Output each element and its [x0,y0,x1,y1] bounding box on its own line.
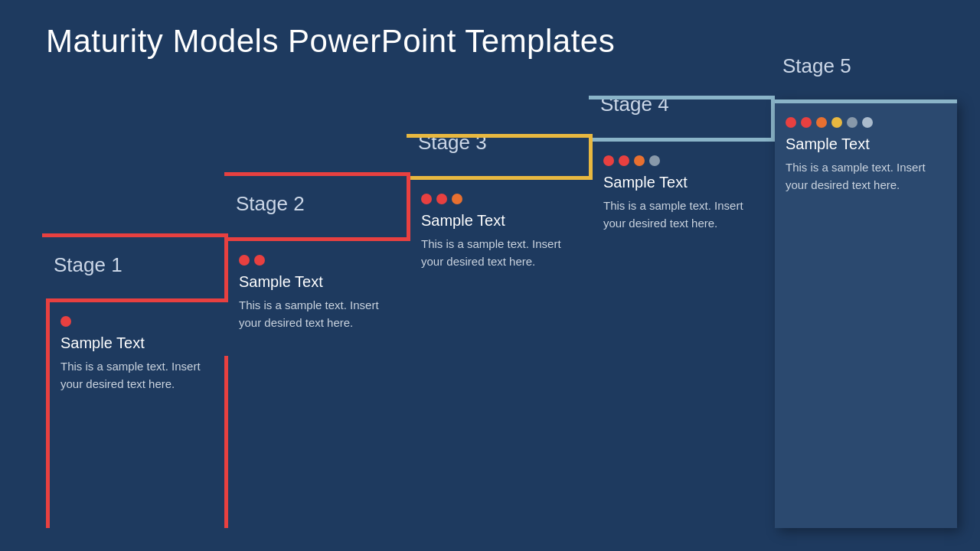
stage-3-box: Sample TextThis is a sample text. Insert… [410,176,593,528]
stage-3-dots [421,194,582,204]
dot-indicator [847,117,858,128]
page-title: Maturity Models PowerPoint Templates [46,23,615,60]
stage-3-body: This is a sample text. Insert your desir… [421,236,582,270]
stage-2-body: This is a sample text. Insert your desir… [239,297,400,331]
stage-1-heading: Sample Text [60,334,217,352]
stage-2: Stage 2Sample TextThis is a sample text.… [228,237,410,528]
dot-indicator [421,194,432,204]
dot-indicator [634,155,645,166]
stage-1-label: Stage 1 [54,253,122,277]
dot-indicator [60,316,71,327]
dot-indicator [452,194,462,204]
stage-2-dots [239,255,400,266]
stage-4-body: This is a sample text. Insert your desir… [603,197,764,232]
stage-5-label: Stage 5 [782,54,851,78]
stage-5-heading: Sample Text [786,135,946,153]
stage-4-dots [603,155,764,166]
stage-4-box: Sample TextThis is a sample text. Insert… [593,138,775,528]
stage-3-heading: Sample Text [421,212,582,230]
dot-indicator [239,255,250,266]
stage-1-box: Sample TextThis is a sample text. Insert… [46,298,228,528]
stage-5-box: Sample TextThis is a sample text. Insert… [775,99,957,528]
stage-5: Stage 5Sample TextThis is a sample text.… [775,99,957,528]
stage-1: Stage 1Sample TextThis is a sample text.… [46,298,228,528]
dot-indicator [254,255,265,266]
dot-indicator [816,117,827,128]
dot-indicator [862,117,873,128]
dot-indicator [831,117,842,128]
stage-5-dots [786,117,946,128]
stages-container: Stage 1Sample TextThis is a sample text.… [46,99,957,528]
stage-5-body: This is a sample text. Insert your desir… [786,159,946,194]
stage-2-box: Sample TextThis is a sample text. Insert… [228,237,410,528]
dot-indicator [619,155,629,166]
dot-indicator [436,194,447,204]
stage-3: Stage 3Sample TextThis is a sample text.… [410,176,593,528]
connector-h-3 [407,134,593,138]
stage-1-body: This is a sample text. Insert your desir… [60,358,217,393]
stage-2-heading: Sample Text [239,273,400,291]
connector-h-1 [42,233,228,237]
stage-2-label: Stage 2 [236,192,305,216]
dot-indicator [786,117,796,128]
dot-indicator [649,155,660,166]
stage-4-heading: Sample Text [603,174,764,191]
stage-4: Stage 4Sample TextThis is a sample text.… [593,138,775,528]
dot-indicator [603,155,614,166]
connector-h-4 [589,96,775,99]
dot-indicator [801,117,812,128]
connector-h-2 [224,172,410,176]
stage-1-dots [60,316,217,327]
